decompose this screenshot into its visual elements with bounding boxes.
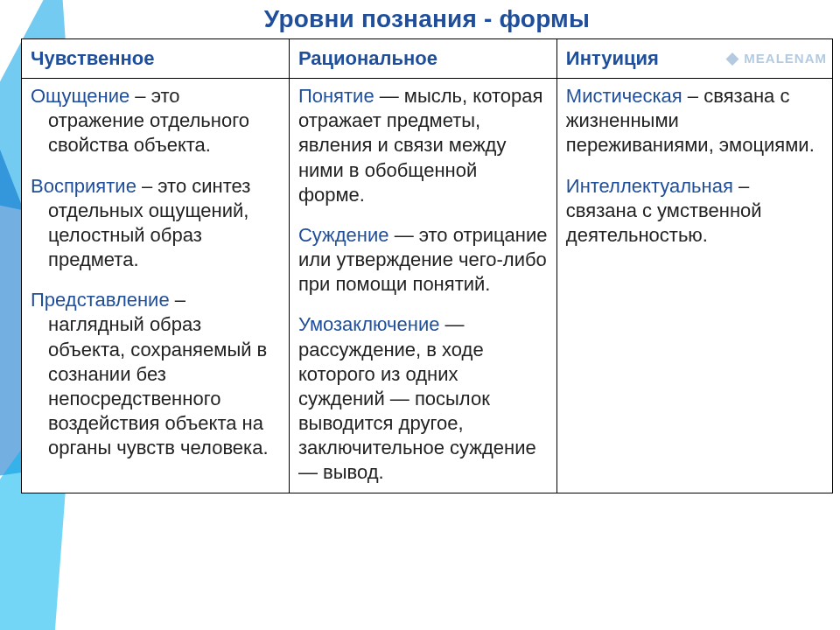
- entry-mystical: Мистическая – связана с жизненными переж…: [566, 84, 823, 158]
- entry-judgment: Суждение — это отрицание или утверждение…: [298, 223, 548, 297]
- forms-table: Чувственное Рациональное Интуиция MEALEN…: [21, 38, 833, 494]
- term: Ощущение: [31, 85, 130, 107]
- col-header-rational: Рациональное: [289, 39, 556, 79]
- watermark-text: MEALENAM: [744, 50, 827, 66]
- watermark-logo: MEALENAM: [724, 50, 827, 66]
- cell-rational: Понятие — мысль, которая отражает предме…: [289, 79, 556, 493]
- term: Представление: [31, 289, 170, 311]
- table-body-row: Ощущение – это отражение отдельного свой…: [22, 79, 833, 493]
- cell-sensory: Ощущение – это отражение отдельного свой…: [22, 79, 290, 493]
- entry-concept: Понятие — мысль, которая отражает предме…: [298, 84, 548, 207]
- table-header-row: Чувственное Рациональное Интуиция MEALEN…: [22, 39, 833, 79]
- entry-perception: Восприятие – это синтез отдельных ощущен…: [31, 174, 280, 273]
- entry-intellectual: Интеллектуальная – связана с умственной …: [566, 174, 823, 248]
- cell-intuition: Мистическая – связана с жизненными переж…: [556, 79, 832, 493]
- slide-title: Уровни познания - формы: [21, 5, 833, 33]
- slide: Уровни познания - формы Чувственное Раци…: [21, 0, 833, 623]
- col-header-sensory: Чувственное: [22, 39, 290, 79]
- term: Мистическая: [566, 85, 682, 107]
- col-header-intuition-label: Интуиция: [566, 47, 659, 69]
- col-header-intuition: Интуиция MEALENAM: [556, 39, 832, 79]
- term: Суждение: [298, 224, 389, 246]
- watermark-icon: [724, 51, 740, 66]
- entry-inference: Умозаключение — рассуждение, в ходе кото…: [298, 312, 548, 485]
- term: Интеллектуальная: [566, 175, 733, 197]
- term: Понятие: [298, 85, 374, 107]
- definition: – наглядный образ объекта, сохраняемый в…: [48, 289, 269, 458]
- definition: — рассуждение, в ходе которого из одних …: [298, 313, 536, 483]
- entry-sensation: Ощущение – это отражение отдельного свой…: [31, 84, 280, 158]
- term: Восприятие: [31, 175, 136, 197]
- term: Умозаключение: [298, 313, 440, 335]
- entry-representation: Представление – наглядный образ объекта,…: [31, 288, 280, 460]
